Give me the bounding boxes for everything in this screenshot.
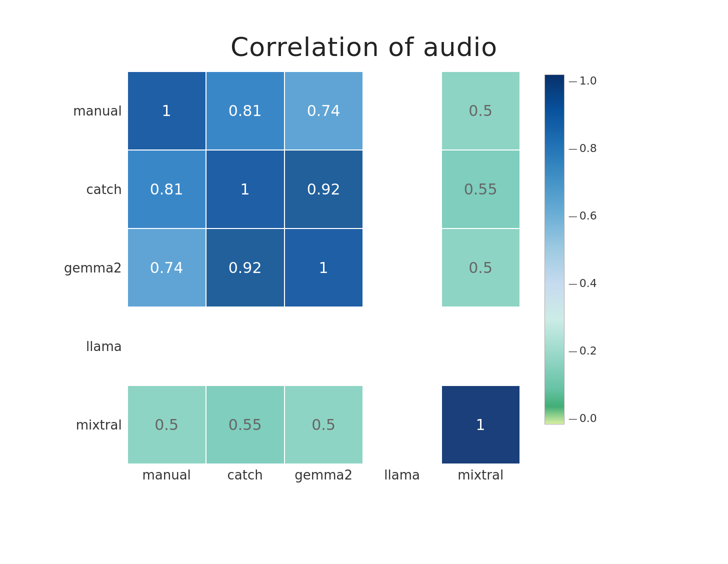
- cell-3-3: [364, 308, 441, 385]
- cell-0-3: [364, 72, 441, 150]
- cell-2-0: 0.74: [128, 229, 206, 306]
- x-label-3: llama: [364, 468, 441, 482]
- cell-3-4: [442, 308, 520, 385]
- cell-2-1: 0.92: [206, 229, 284, 306]
- cell-4-1: 0.55: [206, 386, 284, 464]
- cell-0-4: 0.5: [442, 72, 520, 150]
- cell-2-2: 1: [285, 229, 362, 306]
- chart-title: Correlation of audio: [64, 32, 664, 62]
- colorbar-tick-5: 0.0: [568, 412, 597, 424]
- cell-0-0: 1: [128, 72, 206, 150]
- cell-1-2: 0.92: [285, 150, 362, 228]
- cell-2-4: 0.5: [442, 229, 520, 306]
- x-axis-labels: manualcatchgemma2llamamixtral: [128, 468, 520, 482]
- cell-4-4: 1: [442, 386, 520, 464]
- chart-container: Correlation of audio manualcatchgemma2ll…: [64, 32, 664, 532]
- x-label-0: manual: [128, 468, 206, 482]
- x-label-1: catch: [206, 468, 284, 482]
- cell-1-4: 0.55: [442, 150, 520, 228]
- cell-3-1: [206, 308, 284, 385]
- heatmap-grid: 10.810.740.50.8110.920.550.740.9210.50.5…: [128, 72, 520, 464]
- colorbar-tick-4: 0.2: [568, 344, 597, 357]
- cell-1-1: 1: [206, 150, 284, 228]
- cell-3-0: [128, 308, 206, 385]
- cell-2-3: [364, 229, 441, 306]
- y-label-0: manual: [64, 104, 122, 118]
- colorbar-tick-2: 0.6: [568, 210, 597, 222]
- colorbar-tick-1: 0.8: [568, 142, 597, 154]
- y-label-3: llama: [64, 339, 122, 354]
- cell-1-0: 0.81: [128, 150, 206, 228]
- colorbar-tick-0: 1.0: [568, 74, 597, 87]
- y-axis-labels: manualcatchgemma2llamamixtral: [64, 72, 128, 464]
- cell-4-2: 0.5: [285, 386, 362, 464]
- cell-3-2: [285, 308, 362, 385]
- x-label-2: gemma2: [285, 468, 362, 482]
- chart-body: manualcatchgemma2llamamixtral 10.810.740…: [64, 72, 664, 482]
- colorbar-ticks: 1.00.80.60.40.20.0: [568, 74, 597, 424]
- colorbar: [544, 74, 564, 424]
- cell-4-3: [364, 386, 441, 464]
- y-label-2: gemma2: [64, 260, 122, 276]
- y-label-4: mixtral: [64, 418, 122, 432]
- x-label-4: mixtral: [442, 468, 520, 482]
- y-label-1: catch: [64, 182, 122, 197]
- cell-0-2: 0.74: [285, 72, 362, 150]
- cell-1-3: [364, 150, 441, 228]
- cell-0-1: 0.81: [206, 72, 284, 150]
- colorbar-container: 1.00.80.60.40.20.0: [544, 74, 597, 424]
- colorbar-tick-3: 0.4: [568, 277, 597, 290]
- cell-4-0: 0.5: [128, 386, 206, 464]
